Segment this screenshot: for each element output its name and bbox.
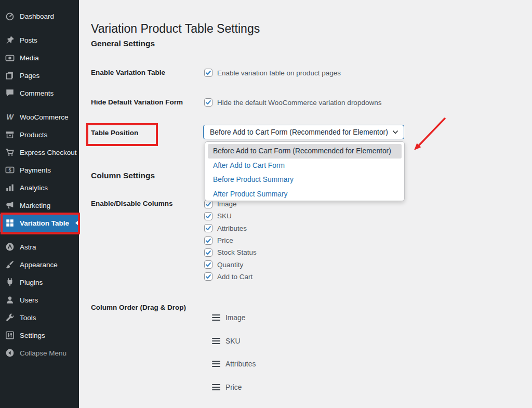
sidebar-item-express-checkout[interactable]: Express Checkout (0, 143, 79, 161)
column-label: Price (217, 236, 233, 244)
sidebar-item-dashboard[interactable]: Dashboard (0, 7, 79, 25)
column-checkbox-add-to-cart[interactable] (204, 272, 212, 281)
table-position-select[interactable]: Before Add to Cart Form (Recommended for… (203, 125, 404, 139)
sidebar-item-label: Settings (20, 332, 45, 339)
sidebar-item-analytics[interactable]: Analytics (0, 179, 79, 196)
table-position-dropdown-panel: Before Add to Cart Form (Recommended for… (205, 141, 405, 201)
checkbox-label: Enable variation table on product pages (217, 69, 341, 77)
check-icon (205, 238, 211, 244)
megaphone-icon (5, 200, 15, 210)
sidebar-item-payments[interactable]: $ Payments (0, 161, 79, 179)
sidebar-item-users[interactable]: Users (0, 291, 79, 309)
sidebar-item-label: WooCommerce (20, 113, 69, 121)
dropdown-option-after-add-to-cart[interactable]: After Add to Cart Form (208, 159, 402, 173)
column-label: Add to Cart (217, 273, 252, 281)
drag-handle-icon[interactable] (212, 338, 220, 344)
drag-row-image[interactable]: Image (212, 312, 245, 323)
woocommerce-icon: W (5, 112, 15, 122)
column-checkbox-image[interactable] (204, 200, 212, 208)
check-icon (205, 201, 211, 207)
drag-row-price[interactable]: Price (212, 381, 242, 393)
sidebar-item-label: Marketing (20, 202, 50, 209)
sidebar-item-label: Products (20, 131, 47, 139)
enable-variation-table-checkbox[interactable] (204, 69, 212, 77)
svg-text:W: W (6, 113, 14, 121)
sidebar-item-pages[interactable]: Pages (0, 67, 79, 84)
user-icon (5, 295, 15, 305)
sidebar-item-label: Analytics (20, 184, 48, 192)
sidebar-item-comments[interactable]: Comments (0, 84, 79, 102)
drag-handle-icon[interactable] (212, 361, 220, 367)
svg-text:$: $ (8, 167, 11, 173)
sidebar-item-plugins[interactable]: Plugins (0, 273, 79, 291)
sidebar-item-label: Payments (20, 166, 51, 174)
column-label: SKU (217, 212, 232, 220)
hide-default-form-label: Hide Default Variation Form (91, 97, 183, 108)
drag-handle-icon[interactable] (212, 314, 220, 321)
dropdown-option-before-add-to-cart[interactable]: Before Add to Cart Form (Recommended for… (208, 144, 402, 159)
check-icon (205, 273, 211, 280)
enable-variation-table-control: Enable variation table on product pages (204, 68, 341, 77)
analytics-icon (5, 182, 15, 193)
hide-default-form-checkbox[interactable] (204, 98, 212, 107)
dropdown-option-after-product-summary[interactable]: After Product Summary (208, 187, 402, 202)
sidebar-item-label: Comments (20, 89, 54, 97)
drag-row-label: Attributes (225, 360, 256, 368)
sidebar-item-products[interactable]: Products (0, 126, 79, 143)
columns-checkbox-list: Image SKU Attributes Price Stock Status … (204, 198, 257, 283)
check-icon (205, 70, 211, 76)
column-row-price: Price (204, 234, 257, 246)
column-checkbox-attributes[interactable] (204, 224, 212, 232)
column-checkbox-stock-status[interactable] (204, 248, 212, 257)
drag-row-attributes[interactable]: Attributes (212, 358, 256, 370)
sliders-icon (5, 330, 15, 340)
column-order-label: Column Order (Drag & Drop) (91, 302, 186, 313)
column-row-attributes: Attributes (204, 222, 257, 234)
cart-icon (5, 147, 15, 157)
astra-icon (5, 242, 15, 252)
plugin-icon (5, 277, 15, 287)
sidebar-item-appearance[interactable]: Appearance (0, 256, 79, 273)
check-icon (205, 261, 211, 268)
sidebar-item-label: Dashboard (20, 12, 54, 20)
column-settings-heading: Column Settings (91, 170, 155, 180)
sidebar-item-media[interactable]: Media (0, 49, 79, 67)
sidebar-item-settings[interactable]: Settings (0, 326, 79, 344)
drag-handle-icon[interactable] (212, 384, 220, 390)
wordpress-admin-screen: Dashboard Posts Media Pages Comments W W… (0, 0, 532, 408)
drag-row-sku[interactable]: SKU (212, 335, 240, 347)
column-checkbox-quantity[interactable] (204, 260, 212, 269)
check-icon (205, 225, 211, 231)
column-checkbox-sku[interactable] (204, 212, 212, 220)
sidebar-item-label: Appearance (20, 261, 58, 269)
sidebar-item-woocommerce[interactable]: W WooCommerce (0, 108, 79, 126)
column-row-quantity: Quantity (204, 258, 257, 270)
sidebar-item-astra[interactable]: Astra (0, 238, 79, 256)
pushpin-icon (5, 35, 15, 45)
column-label: Image (217, 200, 237, 208)
sidebar-item-label: Users (20, 296, 38, 304)
column-checkbox-price[interactable] (204, 236, 212, 245)
check-icon (205, 99, 211, 106)
sidebar-item-tools[interactable]: Tools (0, 309, 79, 326)
check-icon (205, 213, 211, 219)
hide-default-form-control: Hide the default WooCommerce variation d… (204, 98, 381, 107)
drag-row-label: SKU (225, 337, 240, 345)
sidebar-item-marketing[interactable]: Marketing (0, 196, 79, 214)
sidebar-item-posts[interactable]: Posts (0, 31, 79, 49)
page-title: Variation Product Table Settings (91, 21, 260, 36)
sidebar-item-label: Collapse Menu (20, 349, 66, 357)
payments-icon: $ (5, 165, 15, 175)
admin-sidebar: Dashboard Posts Media Pages Comments W W… (0, 0, 79, 408)
check-icon (205, 249, 211, 256)
sidebar-item-variation-table[interactable]: Variation Table (0, 214, 79, 232)
pages-icon (5, 70, 15, 81)
general-settings-heading: General Settings (91, 38, 155, 48)
sidebar-item-collapse-menu[interactable]: Collapse Menu (0, 344, 79, 362)
sidebar-item-label: Tools (20, 314, 36, 322)
brush-icon (5, 259, 15, 270)
sidebar-item-label: Express Checkout (20, 149, 77, 156)
column-row-stock-status: Stock Status (204, 246, 257, 258)
dropdown-option-before-product-summary[interactable]: Before Product Summary (208, 173, 402, 187)
sidebar-item-label: Pages (20, 72, 39, 80)
